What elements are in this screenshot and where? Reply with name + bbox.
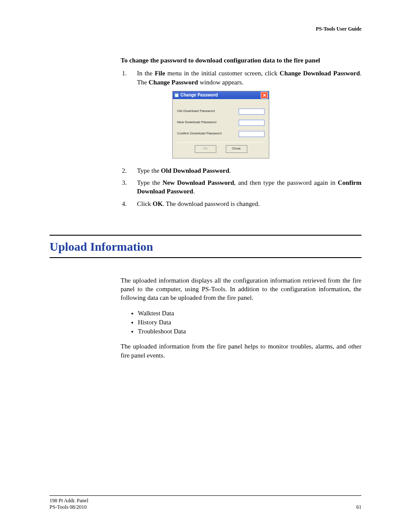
old-password-label: Old Download Password <box>177 109 236 114</box>
bullet-history: History Data <box>138 318 361 327</box>
new-password-input[interactable] <box>239 120 265 126</box>
footer-rule <box>50 495 361 496</box>
app-icon <box>174 93 179 97</box>
confirm-password-input[interactable] <box>239 131 265 137</box>
change-password-dialog: Change Password Old Download Password <box>172 91 269 159</box>
section-title: Upload Information <box>50 240 361 254</box>
step-2: Type the Old Download Password. <box>128 166 361 175</box>
step-4: Click OK. The download password is chang… <box>128 199 361 208</box>
svg-rect-1 <box>175 93 178 94</box>
page-number: 61 <box>356 504 361 510</box>
close-icon[interactable] <box>261 92 268 99</box>
bullet-troubleshoot: Troubleshoot Data <box>138 327 361 336</box>
confirm-password-label: Confirm Download Password <box>177 131 236 136</box>
old-password-input[interactable] <box>239 109 265 115</box>
section-rule-top <box>50 235 361 236</box>
section-rule-bottom <box>50 257 361 258</box>
section2-para2: The uploaded information from the fire p… <box>121 342 361 360</box>
bullet-walktest: Walktest Data <box>138 309 361 317</box>
new-password-label: New Download Password <box>177 120 236 125</box>
step-1: In the File menu in the initial customer… <box>128 69 361 159</box>
section2-para1: The uploaded information displays all th… <box>121 276 361 302</box>
step-3: Type the New Download Password, and then… <box>128 178 361 196</box>
subsection-heading: To change the password to download confi… <box>121 56 361 65</box>
ok-button[interactable]: OK <box>195 145 216 153</box>
close-button[interactable]: Close <box>226 145 247 153</box>
dialog-title: Change Password <box>181 92 261 98</box>
footer-left: 198 Pt Addr. Panel PS-Tools 08/2010 <box>50 498 88 510</box>
doc-header-title: PS-Tools User Guide <box>316 26 361 32</box>
dialog-titlebar[interactable]: Change Password <box>173 91 269 99</box>
